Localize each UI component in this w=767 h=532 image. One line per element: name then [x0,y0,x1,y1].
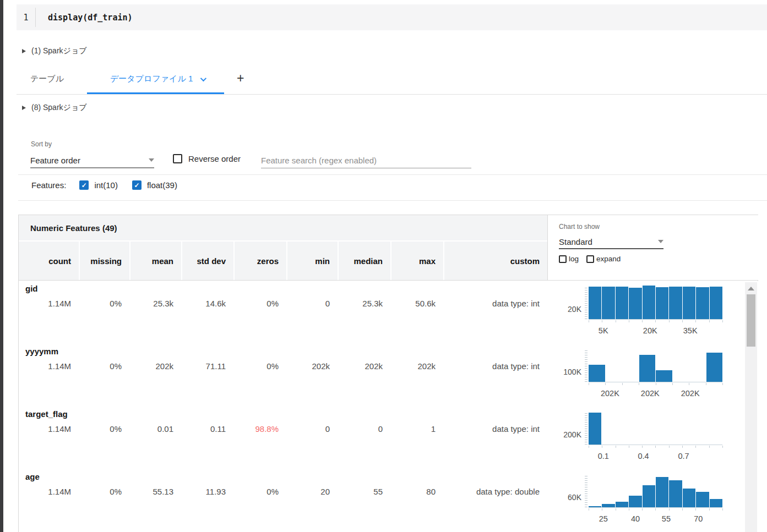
value-zeros: 98.8% [233,424,286,434]
histogram-bar[interactable] [629,288,641,319]
expand-option[interactable]: expand [586,255,621,263]
histogram-plot[interactable] [589,474,722,508]
value-min: 20 [286,487,338,496]
histogram-bar[interactable] [643,485,655,507]
table-scrollbar[interactable] [745,282,757,532]
histogram-bar[interactable] [656,477,668,507]
chart-type-select[interactable]: Standard [559,235,663,249]
histogram-bar[interactable] [616,502,628,507]
x-axis-tick-label: 0.4 [628,452,659,460]
value-custom: data type: int [443,361,547,371]
scroll-up-arrow-icon[interactable] [748,287,754,290]
histogram-bar[interactable] [683,489,695,507]
expand-label: expand [596,255,621,263]
sort-by-select[interactable]: Feature order [30,153,154,168]
histogram-bar[interactable] [643,286,655,319]
histogram-bar[interactable] [589,287,601,319]
histogram-bar[interactable] [710,499,722,507]
feature-name: gid [25,284,38,293]
value-max: 202k [390,361,443,371]
histogram-yyyymm: 100K202K202K202K [547,344,759,407]
feature-values: 1.14M0%0.010.1198.8%001data type: int [19,424,547,434]
histogram-bar[interactable] [589,365,605,382]
code-cell[interactable]: 1 display(df_train) [17,4,767,30]
histogram-bar[interactable] [589,413,601,445]
value-mean: 0.01 [129,424,181,434]
divider [18,174,767,175]
feature-filter[interactable]: ✓float(39) [132,180,177,190]
scrollbar-thumb[interactable] [747,294,755,347]
sort-by-value: Feature order [30,156,80,165]
value-max: 80 [390,487,443,496]
value-mean: 202k [129,361,181,371]
reverse-order-checkbox[interactable] [173,154,182,163]
histogram-bar[interactable] [706,353,723,382]
value-std_dev: 71.11 [181,361,233,371]
histogram-plot[interactable] [589,286,722,320]
chevron-down-icon[interactable] [200,75,206,81]
code-text[interactable]: display(df_train) [48,13,133,23]
value-zeros: 0% [233,361,286,371]
x-axis-tick-label: 0.1 [588,452,619,460]
tab-data-profile[interactable]: データプロファイル 1 [110,74,205,84]
value-count: 1.14M [19,361,79,371]
value-median: 0 [338,424,390,434]
x-axis-tick-label: 202K [635,389,666,398]
value-missing: 0% [79,299,129,308]
feature-filter-label: int(10) [94,180,118,190]
x-axis-ticks [589,446,723,448]
log-checkbox[interactable] [559,255,567,263]
feature-row-gid: gid1.14M0%25.3k14.6k0%025.3k50.6kdata ty… [19,281,759,344]
histogram-bar[interactable] [629,496,641,507]
x-axis-tick-label: 70 [683,514,714,523]
histogram-gid: 20K5K20K35K [547,281,759,344]
active-tab-underline [87,92,224,94]
histogram-bar[interactable] [639,355,656,382]
value-mean: 55.13 [129,487,181,496]
tab-table[interactable]: テーブル [30,74,64,84]
histogram-bar[interactable] [683,287,695,319]
feature-row-target_flag: target_flag1.14M0%0.010.1198.8%001data t… [19,407,759,469]
expand-checkbox[interactable] [586,255,594,263]
histogram-bar[interactable] [656,287,668,319]
y-axis-ticks [585,413,588,445]
histogram-target_flag: 200K0.10.40.7 [547,407,759,469]
collapsed-arrow-icon [22,106,26,110]
table-header-row: countmissingmeanstd devzerosminmedianmax… [19,242,547,281]
log-option[interactable]: log [559,255,579,263]
chart-controls: Chart to show Standard log expand [547,215,758,281]
x-axis-tick-label: 5K [588,326,619,335]
feature-filter[interactable]: ✓int(10) [79,180,118,190]
reverse-order-control[interactable]: Reverse order [173,154,241,163]
feature-filter-checkbox[interactable]: ✓ [132,180,142,190]
value-min: 0 [286,299,338,308]
table-title: Numeric Features (49) [19,215,547,240]
feature-row-yyyymm: yyyymm1.14M0%202k71.110%202k202k202kdata… [19,344,759,407]
value-zeros: 0% [233,299,286,308]
histogram-bar[interactable] [710,287,722,319]
histogram-plot[interactable] [589,411,722,445]
histogram-bar[interactable] [589,506,601,507]
y-axis-label: 200K [547,430,581,439]
spark-jobs-toggle-profile[interactable]: (8) Sparkジョブ [22,103,87,113]
histogram-bar[interactable] [602,504,614,507]
histogram-bar[interactable] [656,370,672,382]
add-tab-button[interactable]: + [237,71,244,86]
value-mean: 25.3k [129,299,181,308]
feature-search-input[interactable] [261,153,471,168]
y-axis-label: 20K [547,305,581,314]
line-number: 1 [17,13,35,23]
histogram-plot[interactable] [589,348,722,382]
histogram-bar[interactable] [616,287,628,319]
histogram-bar[interactable] [696,287,709,319]
feature-values: 1.14M0%25.3k14.6k0%025.3k50.6kdata type:… [19,299,547,308]
y-axis-ticks [585,476,588,507]
histogram-bar[interactable] [669,480,682,507]
x-axis-tick-label: 202K [595,389,625,398]
feature-filter-checkbox[interactable]: ✓ [79,180,89,190]
y-axis-label: 60K [547,493,581,502]
histogram-bar[interactable] [669,287,682,319]
spark-jobs-toggle-top[interactable]: (1) Sparkジョブ [22,46,87,56]
histogram-bar[interactable] [602,287,614,319]
histogram-bar[interactable] [696,492,709,507]
